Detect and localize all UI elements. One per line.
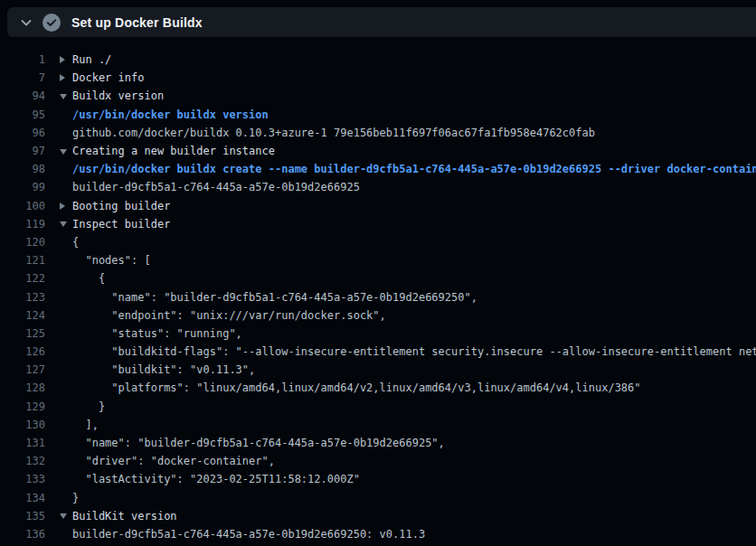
line-number[interactable]: 7 bbox=[0, 71, 45, 84]
line-number[interactable]: 132 bbox=[0, 455, 45, 467]
line-number[interactable]: 119 bbox=[0, 218, 45, 231]
line-number[interactable]: 128 bbox=[0, 381, 45, 394]
line-number[interactable]: 133 bbox=[0, 473, 45, 485]
log-line-body: "platforms": "linux/amd64,linux/amd64/v2… bbox=[60, 381, 641, 394]
log-line: 134} bbox=[0, 489, 756, 507]
triangle-right-icon bbox=[60, 56, 65, 63]
triangle-right-icon bbox=[60, 202, 65, 210]
log-text: /usr/bin/docker buildx create --name bui… bbox=[72, 163, 756, 175]
log-text: BuildKit version bbox=[72, 510, 177, 522]
line-number[interactable]: 122 bbox=[0, 272, 45, 285]
log-line-body: "name": "builder-d9cfb5a1-c764-445a-a57e… bbox=[60, 291, 477, 304]
triangle-down-icon bbox=[60, 221, 67, 227]
log-line-body: BuildKit version bbox=[60, 510, 177, 522]
log-line-body: ], bbox=[60, 419, 99, 431]
log-line-body: Run ./ bbox=[60, 53, 111, 66]
line-number[interactable]: 120 bbox=[0, 236, 45, 249]
log-line-body: /usr/bin/docker buildx create --name bui… bbox=[60, 163, 756, 175]
log-group-line[interactable]: 1Run ./ bbox=[0, 51, 756, 69]
triangle-right-icon bbox=[60, 74, 65, 81]
log-line-body: Buildx version bbox=[60, 89, 164, 102]
line-number[interactable]: 95 bbox=[0, 108, 45, 121]
log-line-body: "buildkit": "v0.11.3", bbox=[60, 363, 255, 376]
line-number[interactable]: 131 bbox=[0, 437, 45, 449]
line-number[interactable]: 123 bbox=[0, 291, 45, 304]
log-group-line[interactable]: 97Creating a new builder instance bbox=[0, 142, 756, 160]
log-line-body: { bbox=[60, 272, 105, 285]
log-line: 122 { bbox=[0, 269, 756, 287]
log-text: Booting builder bbox=[72, 200, 170, 212]
log-line-body: "nodes": [ bbox=[60, 254, 151, 267]
line-number[interactable]: 126 bbox=[0, 345, 45, 358]
log-line: 130 ], bbox=[0, 416, 756, 434]
log-line-body: Creating a new builder instance bbox=[60, 145, 275, 157]
log-line: 123 "name": "builder-d9cfb5a1-c764-445a-… bbox=[0, 287, 756, 306]
step-success-check-icon bbox=[43, 14, 61, 32]
line-number[interactable]: 96 bbox=[0, 127, 45, 139]
log-line: 124 "endpoint": "unix:///var/run/docker.… bbox=[0, 306, 756, 325]
line-number[interactable]: 130 bbox=[0, 419, 45, 431]
log-text: "nodes": [ bbox=[72, 254, 151, 267]
log-text: } bbox=[72, 492, 79, 504]
log-lines: 1Run ./7Docker info94Buildx version95/us… bbox=[0, 51, 756, 543]
log-line-body: { bbox=[60, 236, 79, 249]
line-number[interactable]: 129 bbox=[0, 400, 45, 413]
log-line: 121 "nodes": [ bbox=[0, 251, 756, 269]
log-line: 136builder-d9cfb5a1-c764-445a-a57e-0b19d… bbox=[0, 525, 756, 543]
log-text: builder-d9cfb5a1-c764-445a-a57e-0b19d2e6… bbox=[72, 181, 360, 193]
log-line-body: Inspect builder bbox=[60, 218, 170, 231]
line-number[interactable]: 98 bbox=[0, 163, 45, 175]
collapse-step-button[interactable] bbox=[14, 11, 38, 34]
log-text: Run ./ bbox=[72, 53, 111, 66]
log-line: 132 "driver": "docker-container", bbox=[0, 452, 756, 470]
log-text: Docker info bbox=[72, 71, 144, 84]
line-number[interactable]: 127 bbox=[0, 363, 45, 376]
log-line: 95/usr/bin/docker buildx version bbox=[0, 106, 756, 124]
step-header[interactable]: Set up Docker Buildx bbox=[7, 7, 756, 37]
log-line-body: Booting builder bbox=[60, 200, 170, 212]
log-line: 99builder-d9cfb5a1-c764-445a-a57e-0b19d2… bbox=[0, 178, 756, 196]
log-text: "driver": "docker-container", bbox=[72, 455, 275, 467]
log-line: 133 "lastActivity": "2023-02-25T11:58:12… bbox=[0, 470, 756, 488]
log-group-line[interactable]: 7Docker info bbox=[0, 69, 756, 87]
log-text: "buildkit": "v0.11.3", bbox=[72, 363, 255, 376]
log-line: 129 } bbox=[0, 398, 756, 416]
log-text: { bbox=[72, 272, 105, 285]
line-number[interactable]: 134 bbox=[0, 492, 45, 504]
log-text: "status": "running", bbox=[72, 327, 242, 340]
log-text: Inspect builder bbox=[72, 218, 170, 231]
line-number[interactable]: 97 bbox=[0, 145, 45, 157]
log-line-body: "endpoint": "unix:///var/run/docker.sock… bbox=[60, 309, 386, 322]
log-group-line[interactable]: 94Buildx version bbox=[0, 87, 756, 105]
log-line-body: "lastActivity": "2023-02-25T11:58:12.000… bbox=[60, 473, 360, 485]
line-number[interactable]: 136 bbox=[0, 528, 45, 541]
log-group-line[interactable]: 135BuildKit version bbox=[0, 507, 756, 525]
line-number[interactable]: 1 bbox=[0, 53, 45, 66]
log-line: 98/usr/bin/docker buildx create --name b… bbox=[0, 160, 756, 178]
log-line: 127 "buildkit": "v0.11.3", bbox=[0, 361, 756, 379]
log-text: { bbox=[72, 236, 79, 249]
log-group-line[interactable]: 119Inspect builder bbox=[0, 215, 756, 233]
log-text: ], bbox=[72, 419, 99, 431]
log-line-body: Docker info bbox=[60, 71, 144, 84]
log-text: "platforms": "linux/amd64,linux/amd64/v2… bbox=[72, 381, 641, 394]
line-number[interactable]: 100 bbox=[0, 200, 45, 212]
log-text: github.com/docker/buildx 0.10.3+azure-1 … bbox=[72, 127, 595, 139]
chevron-down-icon bbox=[19, 15, 33, 30]
line-number[interactable]: 125 bbox=[0, 327, 45, 340]
line-number[interactable]: 121 bbox=[0, 254, 45, 267]
log-line-body: github.com/docker/buildx 0.10.3+azure-1 … bbox=[60, 127, 595, 139]
line-number[interactable]: 135 bbox=[0, 510, 45, 522]
log-line: 128 "platforms": "linux/amd64,linux/amd6… bbox=[0, 379, 756, 397]
line-number[interactable]: 94 bbox=[0, 89, 45, 102]
log-line-body: "buildkitd-flags": "--allow-insecure-ent… bbox=[60, 345, 756, 358]
log-line-body: } bbox=[60, 492, 79, 504]
actions-log-viewer: Set up Docker Buildx 1Run ./7Docker info… bbox=[0, 0, 756, 546]
log-line-body: /usr/bin/docker buildx version bbox=[60, 108, 269, 121]
log-group-line[interactable]: 100Booting builder bbox=[0, 197, 756, 215]
line-number[interactable]: 99 bbox=[0, 181, 45, 193]
log-text: "name": "builder-d9cfb5a1-c764-445a-a57e… bbox=[72, 291, 477, 304]
log-text: "endpoint": "unix:///var/run/docker.sock… bbox=[72, 309, 386, 322]
line-number[interactable]: 124 bbox=[0, 309, 45, 322]
log-text: Creating a new builder instance bbox=[72, 145, 275, 157]
